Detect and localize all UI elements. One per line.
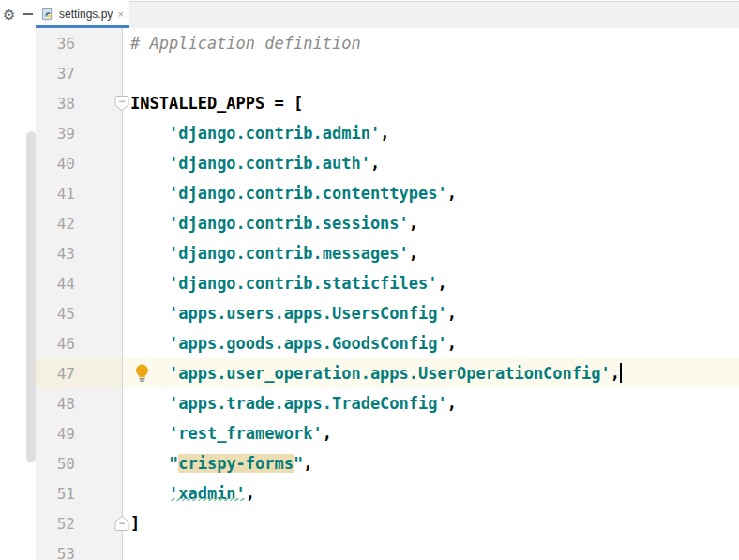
line-number: 43 xyxy=(43,245,75,263)
line-number: 37 xyxy=(43,65,75,83)
tab-settings-py[interactable]: settings.py × xyxy=(36,1,129,28)
editor-row-48: 48 'apps.trade.apps.TradeConfig', xyxy=(36,388,739,418)
code-line-42[interactable]: 'django.contrib.sessions', xyxy=(123,208,739,238)
gutter-line-51[interactable]: 51 xyxy=(36,478,123,508)
code-editor[interactable]: 36# Application definition3738INSTALLED_… xyxy=(36,28,739,560)
code-line-37[interactable] xyxy=(123,58,739,88)
editor-row-43: 43 'django.contrib.messages', xyxy=(36,238,739,268)
text-caret xyxy=(620,363,622,383)
gutter-line-52[interactable]: 52 xyxy=(36,508,123,538)
gutter-line-44[interactable]: 44 xyxy=(36,268,123,298)
editor-row-51: 51 'xadmin', xyxy=(36,478,739,508)
code-line-45[interactable]: 'apps.users.apps.UsersConfig', xyxy=(123,298,739,328)
code-line-39[interactable]: 'django.contrib.admin', xyxy=(123,118,739,148)
gutter-line-41[interactable]: 41 xyxy=(36,178,123,208)
line-number: 50 xyxy=(43,455,75,473)
gutter-line-43[interactable]: 43 xyxy=(36,238,123,268)
editor-row-45: 45 'apps.users.apps.UsersConfig', xyxy=(36,298,739,328)
token-plain: , xyxy=(303,454,312,473)
editor-row-36: 36# Application definition xyxy=(36,28,739,58)
gutter-line-42[interactable]: 42 xyxy=(36,208,123,238)
code-line-53[interactable] xyxy=(123,538,739,560)
panel-scrollbar-thumb[interactable] xyxy=(26,131,36,462)
token-string: crispy-forms xyxy=(178,454,294,473)
code-line-44[interactable]: 'django.contrib.staticfiles', xyxy=(123,268,739,298)
line-number: 46 xyxy=(43,335,75,353)
code-line-51[interactable]: 'xadmin', xyxy=(123,478,739,508)
editor-row-50: 50 "crispy-forms", xyxy=(36,448,739,478)
token-string: 'apps.goods.apps.GoodsConfig' xyxy=(169,334,447,353)
code-line-36[interactable]: # Application definition xyxy=(123,28,739,58)
token-plain xyxy=(130,214,169,233)
line-number: 41 xyxy=(43,185,75,203)
token-plain xyxy=(130,424,169,443)
intention-bulb-icon[interactable] xyxy=(134,363,150,384)
token-string: 'django.contrib.contenttypes' xyxy=(169,184,447,203)
line-number: 49 xyxy=(43,425,75,443)
code-line-52[interactable]: ] xyxy=(123,508,739,538)
line-number: 44 xyxy=(43,275,75,293)
token-string: " xyxy=(294,454,303,473)
hide-panel-icon[interactable] xyxy=(23,13,33,15)
token-plain xyxy=(130,334,169,353)
editor-row-40: 40 'django.contrib.auth', xyxy=(36,148,739,178)
code-line-41[interactable]: 'django.contrib.contenttypes', xyxy=(123,178,739,208)
code-line-50[interactable]: "crispy-forms", xyxy=(123,448,739,478)
code-line-48[interactable]: 'apps.trade.apps.TradeConfig', xyxy=(123,388,739,418)
token-plain: , xyxy=(447,334,457,353)
editor-row-42: 42 'django.contrib.sessions', xyxy=(36,208,739,238)
code-line-47[interactable]: 'apps.user_operation.apps.UserOperationC… xyxy=(123,358,739,388)
tab-close-icon[interactable]: × xyxy=(117,8,123,20)
token-plain: , xyxy=(246,484,255,503)
line-number: 40 xyxy=(43,155,75,173)
editor-row-44: 44 'django.contrib.staticfiles', xyxy=(36,268,739,298)
gutter-line-50[interactable]: 50 xyxy=(36,448,123,478)
token-string: 'django.contrib.messages' xyxy=(169,244,409,263)
fold-open-icon[interactable] xyxy=(114,95,129,112)
code-line-49[interactable]: 'rest_framework', xyxy=(123,418,739,448)
token-string: 'apps.user_operation.apps.UserOperationC… xyxy=(169,364,611,383)
editor-row-47: 47 'apps.user_operation.apps.UserOperati… xyxy=(36,358,739,388)
gutter-line-46[interactable]: 46 xyxy=(36,328,123,358)
gear-icon[interactable]: ⚙ xyxy=(3,8,15,22)
line-number: 45 xyxy=(43,305,75,323)
code-line-43[interactable]: 'django.contrib.messages', xyxy=(123,238,739,268)
fold-close-icon[interactable] xyxy=(114,515,129,532)
gutter-line-48[interactable]: 48 xyxy=(36,388,123,418)
token-plain: , xyxy=(323,424,332,443)
project-panel-edge xyxy=(0,28,36,560)
gutter-line-38[interactable]: 38 xyxy=(36,88,123,118)
token-plain xyxy=(130,154,169,173)
gutter-line-49[interactable]: 49 xyxy=(36,418,123,448)
token-plain: , xyxy=(409,244,418,263)
gutter-line-39[interactable]: 39 xyxy=(36,118,123,148)
token-plain: , xyxy=(438,274,447,293)
tab-bar-background xyxy=(36,1,739,29)
editor-row-53: 53 xyxy=(36,538,739,560)
line-number: 52 xyxy=(43,515,75,533)
gutter-line-53[interactable]: 53 xyxy=(36,538,123,560)
token-plain xyxy=(130,244,169,263)
editor-row-38: 38INSTALLED_APPS = [ xyxy=(36,88,739,118)
token-plain xyxy=(130,484,169,503)
token-plain: INSTALLED_APPS = [ xyxy=(130,94,303,113)
code-line-40[interactable]: 'django.contrib.auth', xyxy=(123,148,739,178)
code-line-46[interactable]: 'apps.goods.apps.GoodsConfig', xyxy=(123,328,739,358)
editor-rows: 36# Application definition3738INSTALLED_… xyxy=(36,28,739,560)
editor-row-46: 46 'apps.goods.apps.GoodsConfig', xyxy=(36,328,739,358)
gutter-line-47[interactable]: 47 xyxy=(36,358,123,388)
gutter-line-40[interactable]: 40 xyxy=(36,148,123,178)
token-string: 'django.contrib.staticfiles' xyxy=(169,274,438,293)
code-line-38[interactable]: INSTALLED_APPS = [ xyxy=(123,88,739,118)
token-string: 'xadmin' xyxy=(169,484,246,503)
line-number: 36 xyxy=(43,35,75,53)
python-file-icon xyxy=(41,8,55,22)
tab-label: settings.py xyxy=(59,8,113,21)
gutter-line-37[interactable]: 37 xyxy=(36,58,123,88)
tab-bar: ⚙ settings.py × xyxy=(0,0,739,28)
line-number: 38 xyxy=(43,95,75,113)
line-number: 47 xyxy=(43,365,75,383)
token-plain: ] xyxy=(130,514,140,533)
gutter-line-36[interactable]: 36 xyxy=(36,28,123,58)
gutter-line-45[interactable]: 45 xyxy=(36,298,123,328)
